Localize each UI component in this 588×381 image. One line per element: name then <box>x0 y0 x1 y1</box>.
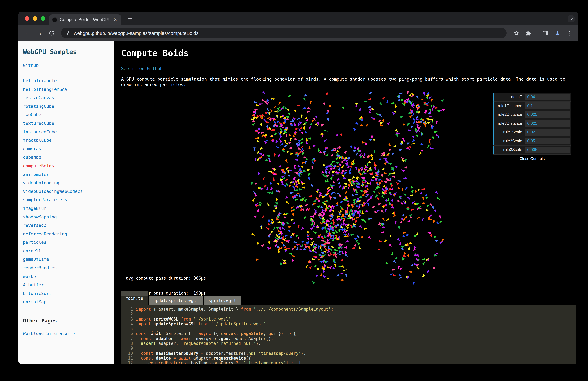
sidebar-item-instancedCube[interactable]: instancedCube <box>23 128 109 136</box>
sidebar-item-worker[interactable]: worker <box>23 272 109 281</box>
code-line: 8 assert(adapter, 'requestAdapter return… <box>121 341 576 346</box>
gui-row-rule1Distance: rule1Distance0.1 <box>493 102 571 110</box>
sidebar-item-renderBundles[interactable]: renderBundles <box>23 264 109 272</box>
code-line: 2 <box>121 312 576 317</box>
sidebar-item-normalMap[interactable]: normalMap <box>23 298 109 306</box>
gui-input-deltaT[interactable]: 0.04 <box>525 94 570 100</box>
code-line: 6const init: SampleInit = async ({ canva… <box>121 331 576 336</box>
gui-input-rule2Distance[interactable]: 0.025 <box>525 111 570 118</box>
sidebar-item-animometer[interactable]: animometer <box>23 170 109 179</box>
sidebar-item-cornell[interactable]: cornell <box>23 247 109 255</box>
sidebar-item-gameOfLife[interactable]: gameOfLife <box>23 255 109 264</box>
close-controls-button[interactable]: Close Controls <box>493 154 571 163</box>
site-title: WebGPU Samples <box>23 48 109 56</box>
sidebar-item-imageBlur[interactable]: imageBlur <box>23 204 109 213</box>
window-zoom-button[interactable] <box>41 16 45 21</box>
gui-label-rule1Scale: rule1Scale <box>494 128 525 136</box>
puzzle-icon <box>525 30 531 36</box>
side-panel-icon <box>542 30 548 36</box>
address-bar[interactable]: webgpu.github.io/webgpu-samples/samples/… <box>61 27 506 38</box>
sidebar-item-fractalCube[interactable]: fractalCube <box>23 136 109 144</box>
sidebar-item-bitonicSort[interactable]: bitonicSort <box>23 289 109 298</box>
tab-search-button[interactable] <box>567 15 575 22</box>
gui-input-rule1Distance[interactable]: 0.1 <box>525 103 570 109</box>
sidebar-nav: helloTrianglehelloTriangleMSAAresizeCanv… <box>23 76 109 306</box>
menu-button[interactable]: ⋮ <box>564 27 575 39</box>
sidebar-item-helloTriangle[interactable]: helloTriangle <box>23 76 109 85</box>
sidebar-item-rotatingCube[interactable]: rotatingCube <box>23 102 109 111</box>
url-text: webgpu.github.io/webgpu-samples/samples/… <box>74 30 198 36</box>
sidebar-item-resizeCanvas[interactable]: resizeCanvas <box>23 93 109 102</box>
sidebar-item-videoUploadingWebCodecs[interactable]: videoUploadingWebCodecs <box>23 187 109 196</box>
gui-input-rule3Distance[interactable]: 0.025 <box>525 120 570 127</box>
dat-gui-panel: deltaT0.04rule1Distance0.1rule2Distance0… <box>493 93 571 163</box>
code-line: 5 <box>121 326 576 331</box>
tab-close-icon[interactable]: ✕ <box>112 17 118 22</box>
sidebar-item-videoUploading[interactable]: videoUploading <box>23 179 109 187</box>
sidebar-item-texturedCube[interactable]: texturedCube <box>23 119 109 128</box>
browser-window: Compute Boids - WebGPU S ✕ + ← → webgpu.… <box>18 12 578 364</box>
sidebar-item-helloTriangleMSAA[interactable]: helloTriangleMSAA <box>23 85 109 93</box>
gui-input-rule2Scale[interactable]: 0.05 <box>525 138 570 144</box>
desktop-background: Compute Boids - WebGPU S ✕ + ← → webgpu.… <box>0 0 588 381</box>
code-tabs: main.tsupdateSprites.wgslsprite.wgsl <box>121 291 576 305</box>
sidebar-item-deferredRendering[interactable]: deferredRendering <box>23 229 109 238</box>
sidebar-item-shadowMapping[interactable]: shadowMapping <box>23 213 109 221</box>
chevron-down-icon <box>569 17 573 21</box>
code-tab-sprite.wgsl[interactable]: sprite.wgsl <box>204 296 240 305</box>
forward-button[interactable]: → <box>34 27 45 39</box>
back-button[interactable]: ← <box>21 27 33 39</box>
sample-main: Compute Boids See it on Github! A GPU co… <box>114 41 578 364</box>
code-line: 3import spriteWGSL from './sprite.wgsl'; <box>121 316 576 321</box>
code-tab-main.ts[interactable]: main.ts <box>121 291 148 305</box>
code-viewer: main.tsupdateSprites.wgslsprite.wgsl 1im… <box>121 291 576 364</box>
code-line: 11 const device = await adapter.requestD… <box>121 356 576 361</box>
sidebar-item-samplerParameters[interactable]: samplerParameters <box>23 196 109 204</box>
code-line: 12 requiredFeatures: hasTimestampQuery ?… <box>121 361 576 364</box>
tab-title: Compute Boids - WebGPU S <box>60 17 110 22</box>
sidebar-item-particles[interactable]: particles <box>23 238 109 247</box>
tab-favicon-icon <box>52 17 57 22</box>
workload-simulator-link[interactable]: Workload Simulator ↗ <box>23 331 109 336</box>
boids-canvas <box>250 90 446 287</box>
gui-label-rule1Distance: rule1Distance <box>494 102 525 110</box>
sidebar-item-A-buffer[interactable]: A-buffer <box>23 281 109 289</box>
sample-description: A GPU compute particle simulation that m… <box>121 76 570 87</box>
gui-label-deltaT: deltaT <box>494 93 525 101</box>
gui-input-rule1Scale[interactable]: 0.02 <box>525 129 570 136</box>
profile-avatar[interactable] <box>552 27 563 39</box>
new-tab-button[interactable]: + <box>126 14 135 23</box>
reload-button[interactable] <box>46 27 57 39</box>
other-pages-heading: Other Pages <box>23 318 109 324</box>
code-line: 9 <box>121 346 576 351</box>
gui-label-rule3Scale: rule3Scale <box>494 146 525 154</box>
gui-row-deltaT: deltaT0.04 <box>493 93 571 102</box>
sidebar-item-reversedZ[interactable]: reversedZ <box>23 221 109 229</box>
see-on-github-link[interactable]: See it on Github! <box>121 66 165 71</box>
sidebar-github-link[interactable]: Github <box>23 63 109 68</box>
gui-row-rule3Scale: rule3Scale0.005 <box>493 146 571 154</box>
sidebar-item-twoCubes[interactable]: twoCubes <box>23 111 109 119</box>
tab-strip: Compute Boids - WebGPU S ✕ + <box>18 12 578 25</box>
browser-tab[interactable]: Compute Boids - WebGPU S ✕ <box>49 14 122 25</box>
dat-gui-rows: deltaT0.04rule1Distance0.1rule2Distance0… <box>493 93 571 154</box>
person-icon <box>554 30 561 36</box>
sidebar-item-cameras[interactable]: cameras <box>23 145 109 153</box>
side-panel-button[interactable] <box>539 27 551 39</box>
code-tab-updateSprites.wgsl[interactable]: updateSprites.wgsl <box>149 296 203 305</box>
extensions-button[interactable] <box>523 27 534 39</box>
sidebar-item-cubemap[interactable]: cubemap <box>23 153 109 161</box>
toolbar-divider <box>537 30 537 36</box>
star-icon <box>513 30 519 36</box>
gui-label-rule2Scale: rule2Scale <box>494 137 525 145</box>
bookmark-button[interactable] <box>510 27 522 39</box>
window-minimize-button[interactable] <box>33 16 37 21</box>
gui-row-rule3Distance: rule3Distance0.025 <box>493 119 571 128</box>
site-settings-tune-icon <box>65 30 71 36</box>
stat-compute-duration: avg compute pass duration: 886µs <box>126 276 206 281</box>
sidebar-item-computeBoids[interactable]: computeBoids <box>23 161 109 170</box>
window-close-button[interactable] <box>25 16 29 21</box>
gui-input-rule3Scale[interactable]: 0.005 <box>525 147 570 153</box>
code-line: 10 const hasTimestampQuery = adapter.fea… <box>121 351 576 356</box>
gui-label-rule2Distance: rule2Distance <box>494 110 525 119</box>
